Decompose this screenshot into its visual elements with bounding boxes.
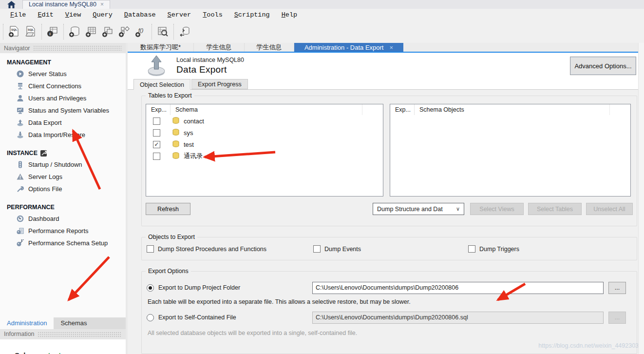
menu-database[interactable]: Database	[119, 10, 161, 20]
dump-folder-radio[interactable]	[147, 284, 154, 292]
create-procedure-icon	[118, 25, 131, 38]
sidebar-item-label: Users and Privileges	[28, 95, 86, 102]
sidebar-item-label: Performance Reports	[28, 227, 89, 235]
sidebar-item-data-export[interactable]: Data Export	[0, 117, 126, 129]
tab-schemas[interactable]: Schemas	[54, 317, 94, 329]
checkbox[interactable]	[147, 245, 154, 253]
tab-administration[interactable]: Administration	[0, 317, 54, 329]
schema-row-contacts-cn[interactable]: 通讯录	[146, 150, 383, 162]
new-sql-tab-button[interactable]: SQL	[6, 24, 22, 39]
schema-row-sys[interactable]: sys	[146, 127, 383, 138]
dump-folder-browse-button[interactable]: ...	[608, 282, 626, 294]
schema-row-test[interactable]: test	[146, 138, 383, 150]
search-data-button[interactable]	[154, 24, 171, 39]
connection-tab[interactable]: Local instance MySQL80 ×	[22, 0, 110, 9]
sidebar-item-label: Server Status	[28, 70, 67, 78]
menu-view[interactable]: View	[60, 10, 86, 20]
dashboard-icon	[17, 215, 24, 222]
doc-tab-2[interactable]: 学生信息	[194, 43, 245, 52]
section-management-label: MANAGEMENT	[7, 59, 51, 66]
schema-row-contact[interactable]: contact	[146, 115, 383, 127]
watermark-text: https://blog.csdn.net/weixin_44923035	[538, 342, 642, 349]
create-function-button[interactable]: f()	[133, 24, 149, 39]
header-connection-name: Local instance MySQL80	[176, 57, 244, 63]
create-schema-button[interactable]	[66, 24, 83, 39]
self-contained-radio[interactable]	[147, 314, 154, 321]
export-checkbox[interactable]	[153, 141, 160, 148]
sidebar-item-users-privileges[interactable]: Users and Privileges	[0, 92, 126, 104]
export-checkbox[interactable]	[153, 118, 160, 125]
dump-folder-path-input[interactable]: C:\Users\Lenovo\Documents\dumps\Dump2020…	[312, 282, 604, 294]
connection-tab-close-icon[interactable]: ×	[100, 1, 104, 8]
menu-tools[interactable]: Tools	[197, 10, 228, 20]
schema-label: Schema:	[15, 351, 45, 354]
doc-tab-3[interactable]: 学生信息	[245, 43, 294, 52]
dump-events-option[interactable]: Dump Events	[313, 245, 361, 253]
tab-administration-label: Administration	[7, 319, 47, 327]
sidebar-item-server-logs[interactable]: Server Logs	[0, 171, 126, 183]
export-options-legend: Export Options	[146, 268, 191, 275]
connection-tab-label: Local instance MySQL80	[29, 1, 96, 8]
select-tables-button[interactable]: Select Tables	[528, 203, 582, 215]
create-procedure-button[interactable]	[116, 24, 133, 39]
dump-folder-radio-label: Export to Dump Project Folder	[158, 284, 312, 291]
sidebar-item-label: Status and System Variables	[28, 107, 109, 114]
create-table-button[interactable]	[83, 24, 99, 39]
performance-reports-icon	[17, 227, 24, 235]
tab-object-selection[interactable]: Object Selection	[133, 79, 190, 90]
tab-export-progress[interactable]: Export Progress	[191, 79, 248, 89]
menu-file[interactable]: File	[5, 10, 31, 20]
export-checkbox[interactable]	[153, 129, 160, 137]
menu-edit[interactable]: Edit	[32, 10, 58, 20]
instance-wrench-icon	[40, 150, 47, 157]
sidebar-item-server-status[interactable]: Server Status	[0, 68, 126, 80]
sidebar-item-performance-reports[interactable]: Performance Reports	[0, 225, 126, 237]
open-sql-script-button[interactable]: SQL	[22, 24, 39, 39]
data-export-icon	[17, 119, 24, 126]
checkbox[interactable]	[468, 245, 475, 253]
advanced-options-button[interactable]: Advanced Options...	[570, 57, 636, 75]
schema-list[interactable]: Exp... Schema contact	[146, 104, 383, 197]
menu-scripting[interactable]: Scripting	[229, 10, 275, 20]
vertical-scrollbar[interactable]	[638, 43, 644, 354]
self-contained-path-input[interactable]: C:\Users\Lenovo\Documents\dumps\Dump2020…	[312, 312, 604, 324]
home-button[interactable]	[0, 0, 22, 9]
connection-tab-strip: Local instance MySQL80 ×	[0, 0, 644, 9]
inspector-button[interactable]: i	[44, 24, 61, 39]
unselect-all-button[interactable]: Unselect All	[586, 203, 633, 215]
refresh-button[interactable]: Refresh	[146, 203, 190, 215]
doc-tab-1[interactable]: 数据库学习呢*	[128, 43, 194, 52]
sidebar-item-status-system-variables[interactable]: Status and System Variables	[0, 104, 126, 117]
sidebar-item-label: Dashboard	[28, 215, 59, 222]
doc-tab-data-export[interactable]: Administration - Data Export ×	[294, 43, 403, 52]
svg-text:f(): f()	[138, 27, 144, 33]
sidebar-item-client-connections[interactable]: Client Connections	[0, 80, 126, 92]
dump-triggers-option[interactable]: Dump Triggers	[468, 245, 519, 253]
users-icon	[17, 95, 24, 102]
checkbox[interactable]	[313, 245, 321, 253]
schema-objects-list[interactable]: Exp... Schema Objects	[390, 104, 631, 197]
database-icon	[172, 140, 180, 148]
column-export: Exp...	[390, 104, 415, 115]
menu-help[interactable]: Help	[276, 10, 303, 20]
sidebar-item-performance-schema-setup[interactable]: Performance Schema Setup	[0, 237, 126, 249]
sidebar-item-startup-shutdown[interactable]: Startup / Shutdown	[0, 158, 126, 171]
doc-tab-close-icon[interactable]: ×	[389, 44, 393, 51]
dump-stored-procedures-option[interactable]: Dump Stored Procedures and Functions	[147, 245, 266, 253]
select-views-button[interactable]: Select Views	[470, 203, 524, 215]
create-schema-icon	[68, 25, 81, 38]
tables-to-export-group: Tables to Export Exp... Schema c	[141, 96, 637, 226]
column-schema-objects: Schema Objects	[415, 104, 610, 115]
sidebar-item-options-file[interactable]: Options File	[0, 183, 126, 195]
menu-query[interactable]: Query	[87, 10, 118, 20]
sidebar-item-dashboard[interactable]: Dashboard	[0, 213, 126, 225]
sidebar-item-data-import-restore[interactable]: Data Import/Restore	[0, 129, 126, 141]
column-tail	[610, 104, 630, 115]
menu-server[interactable]: Server	[162, 10, 197, 20]
navigator-header-hatch	[33, 45, 122, 51]
create-view-button[interactable]	[99, 24, 116, 39]
reconnect-dbms-button[interactable]	[176, 24, 193, 39]
export-checkbox[interactable]	[153, 153, 160, 160]
dump-type-dropdown[interactable]: Dump Structure and Dat ∨	[373, 203, 464, 215]
self-contained-browse-button[interactable]: ...	[608, 312, 626, 324]
